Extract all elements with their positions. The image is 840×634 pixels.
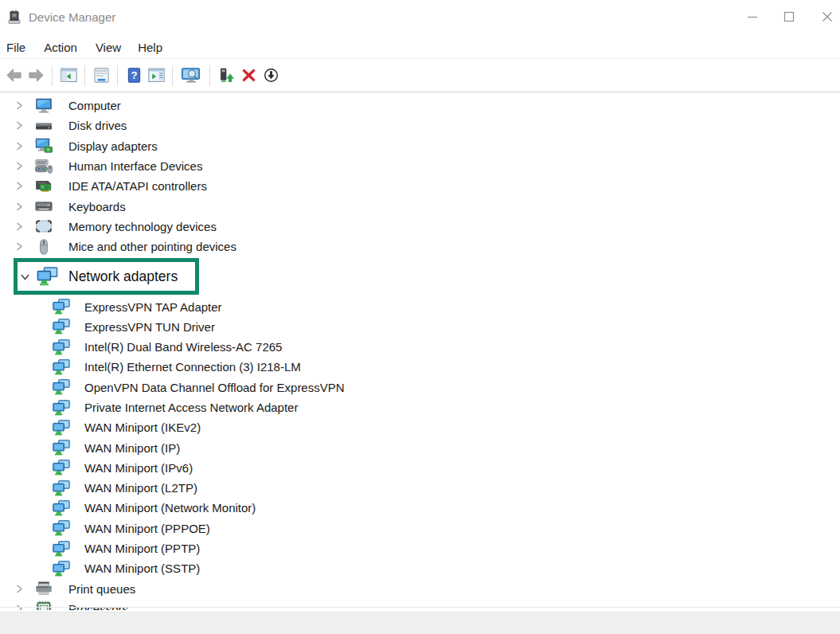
tree-item-wan-miniport-pptp[interactable]: WAN Miniport (PPTP) xyxy=(0,538,840,558)
chevron-right-icon[interactable] xyxy=(14,583,25,595)
tree-item-disk-drives[interactable]: Disk drives xyxy=(0,115,840,135)
tree-item-computer[interactable]: Computer xyxy=(0,96,840,115)
tree-item-expressvpn-tun-driver[interactable]: ExpressVPN TUN Driver xyxy=(0,317,840,337)
tree-item-label: Mice and other pointing devices xyxy=(68,240,236,253)
tree-item-wan-miniport-ip[interactable]: WAN Miniport (IP) xyxy=(0,437,840,457)
network-adapter-icon xyxy=(53,359,70,375)
uninstall-device-button[interactable] xyxy=(237,64,260,88)
tree-item-openvpn-data-channel-offload-for-expressvpn[interactable]: OpenVPN Data Channel Offload for Express… xyxy=(0,378,840,397)
toolbar-separator xyxy=(117,65,118,86)
annotation-highlight-box: Network adapters xyxy=(14,258,199,295)
tree-item-label: WAN Miniport (SSTP) xyxy=(84,562,200,575)
cpu-icon xyxy=(35,601,53,610)
tree-item-wan-miniport-ipv6[interactable]: WAN Miniport (IPv6) xyxy=(0,458,840,478)
chevron-right-icon[interactable] xyxy=(14,160,25,172)
chevron-down-icon[interactable] xyxy=(19,271,31,283)
back-arrow-icon xyxy=(6,68,22,83)
tree-item-label: Network adapters xyxy=(68,268,178,285)
tree-item-label: IDE ATA/ATAPI controllers xyxy=(68,179,207,193)
tree-item-label: WAN Miniport (Network Monitor) xyxy=(84,501,256,515)
update-driver-button[interactable] xyxy=(215,64,237,88)
menu-bar: File Action View Help xyxy=(0,37,840,59)
tree-item-label: WAN Miniport (L2TP) xyxy=(84,481,197,495)
network-adapter-icon xyxy=(37,267,58,286)
tree-item-label: Intel(R) Dual Band Wireless-AC 7265 xyxy=(84,340,282,354)
tree-item-intel-r-dual-band-wireless-ac-7265[interactable]: Intel(R) Dual Band Wireless-AC 7265 xyxy=(0,337,840,357)
title-bar: Device Manager xyxy=(0,0,840,37)
tree-item-label: OpenVPN Data Channel Offload for Express… xyxy=(84,381,345,394)
tree-item-label: Display adapters xyxy=(68,139,158,153)
tree-item-processors[interactable]: Processors xyxy=(0,599,840,610)
menu-action[interactable]: Action xyxy=(44,41,77,54)
tree-item-expressvpn-tap-adapter[interactable]: ExpressVPN TAP Adapter xyxy=(0,296,840,316)
close-icon xyxy=(822,11,833,22)
tree-item-memory-technology-devices[interactable]: Memory technology devices xyxy=(0,217,840,237)
tree-item-ide-ata-atapi-controllers[interactable]: IDE ATA/ATAPI controllers xyxy=(0,176,840,196)
close-button[interactable] xyxy=(814,5,840,29)
tree-item-display-adapters[interactable]: Display adapters xyxy=(0,136,840,156)
maximize-icon xyxy=(783,11,795,22)
action-pane-icon xyxy=(148,68,165,83)
chevron-right-icon[interactable] xyxy=(14,140,25,152)
chevron-right-icon[interactable] xyxy=(14,241,25,252)
properties-button[interactable] xyxy=(90,64,112,88)
tree-item-wan-miniport-network-monitor[interactable]: WAN Miniport (Network Monitor) xyxy=(0,498,840,518)
maximize-button[interactable] xyxy=(776,5,803,29)
tree-item-label: Disk drives xyxy=(68,119,127,132)
tree-item-wan-miniport-l2tp[interactable]: WAN Miniport (L2TP) xyxy=(0,478,840,498)
chevron-right-icon[interactable] xyxy=(14,119,25,131)
tree-item-label: WAN Miniport (IP) xyxy=(84,441,180,455)
network-adapter-icon xyxy=(53,480,70,496)
tree-item-label: Keyboards xyxy=(68,200,126,213)
scan-hardware-changes-button[interactable] xyxy=(178,64,205,88)
tree-item-label: Computer xyxy=(68,99,121,112)
toolbar-separator xyxy=(52,65,53,86)
display-adapter-icon xyxy=(35,138,53,154)
help-icon: ? xyxy=(126,68,143,83)
tree-item-wan-miniport-ikev2[interactable]: WAN Miniport (IKEv2) xyxy=(0,417,840,437)
device-tree: Computer Disk drives Display adapters xyxy=(0,93,840,610)
network-adapter-icon xyxy=(53,379,70,395)
network-adapter-icon xyxy=(53,561,70,577)
chevron-right-icon[interactable] xyxy=(14,100,25,112)
printer-icon xyxy=(35,581,53,597)
tree-item-label: Human Interface Devices xyxy=(68,159,202,173)
menu-help[interactable]: Help xyxy=(138,41,162,54)
tree-item-wan-miniport-pppoe[interactable]: WAN Miniport (PPPOE) xyxy=(0,519,840,538)
tree-item-wan-miniport-sstp[interactable]: WAN Miniport (SSTP) xyxy=(0,558,840,578)
tree-item-label: WAN Miniport (PPPOE) xyxy=(84,522,210,535)
toolbar: ? xyxy=(0,59,840,92)
network-adapter-icon xyxy=(53,339,70,355)
page-background-strip xyxy=(0,612,840,634)
toolbar-separator xyxy=(209,65,210,86)
tree-item-human-interface-devices[interactable]: Human Interface Devices xyxy=(0,156,840,176)
memory-device-icon xyxy=(35,218,53,234)
network-adapter-icon xyxy=(53,400,70,416)
tree-item-label: ExpressVPN TUN Driver xyxy=(84,320,215,334)
show-console-tree-button[interactable] xyxy=(57,64,80,88)
network-adapter-icon xyxy=(53,460,70,475)
menu-view[interactable]: View xyxy=(96,41,121,54)
help-button[interactable]: ? xyxy=(123,64,145,88)
menu-file[interactable]: File xyxy=(6,41,25,54)
tree-item-label: WAN Miniport (PPTP) xyxy=(84,542,200,555)
toolbar-separator xyxy=(84,65,85,86)
chevron-right-icon[interactable] xyxy=(14,221,25,233)
tree-item-print-queues[interactable]: Print queues xyxy=(0,579,840,599)
chevron-right-icon[interactable] xyxy=(14,180,25,192)
tree-item-intel-r-ethernet-connection-3-i218-lm[interactable]: Intel(R) Ethernet Connection (3) I218-LM xyxy=(0,357,840,377)
scan-computer-icon xyxy=(181,68,202,84)
back-button[interactable] xyxy=(2,64,25,88)
tree-item-network-adapters[interactable]: Network adapters xyxy=(0,256,840,296)
tree-item-keyboards[interactable]: Keyboards xyxy=(0,196,840,216)
tree-item-label: Intel(R) Ethernet Connection (3) I218-LM xyxy=(84,360,301,374)
forward-button[interactable] xyxy=(25,64,47,88)
chevron-right-icon[interactable] xyxy=(14,201,25,213)
tree-item-mice-and-other-pointing-devices[interactable]: Mice and other pointing devices xyxy=(0,237,840,256)
disable-device-button[interactable] xyxy=(260,64,282,88)
minimize-button[interactable] xyxy=(739,5,766,29)
network-adapter-icon xyxy=(53,299,70,315)
tree-item-private-internet-access-network-adapter[interactable]: Private Internet Access Network Adapter xyxy=(0,397,840,417)
show-action-pane-button[interactable] xyxy=(145,64,167,88)
hid-icon xyxy=(35,158,53,174)
